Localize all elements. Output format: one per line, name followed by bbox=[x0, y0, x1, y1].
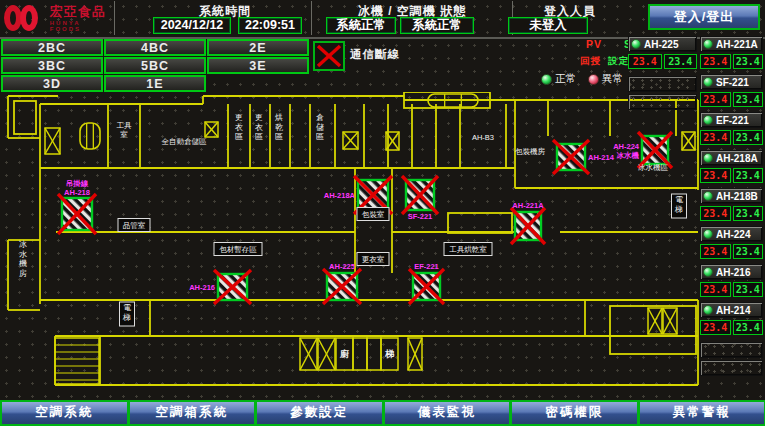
nav-button-1[interactable]: 空調系統 bbox=[0, 400, 129, 426]
svg-text:AH-B3: AH-B3 bbox=[472, 133, 494, 142]
equipment-button-ah-224[interactable]: AH-224 bbox=[700, 226, 763, 242]
status-lamp-icon bbox=[703, 115, 713, 125]
company-logo: 宏亞食品 HUNYA FOODS bbox=[4, 2, 112, 34]
stair-x-icon bbox=[45, 128, 60, 154]
svg-text:更衣區: 更衣區 bbox=[235, 113, 243, 141]
svg-text:電梯: 電梯 bbox=[674, 195, 683, 214]
floor-button-3bc[interactable]: 3BC bbox=[1, 57, 103, 74]
nav-button-3[interactable]: 參數設定 bbox=[255, 400, 384, 426]
pv-value: 23.4 bbox=[700, 130, 731, 145]
equipment-name: AH-224 bbox=[716, 229, 750, 240]
room-label: 工具烘乾室 bbox=[444, 243, 492, 256]
brand-name: 宏亞食品 bbox=[50, 5, 112, 18]
room-label: 工具室 bbox=[117, 121, 133, 139]
svg-text:廚: 廚 bbox=[339, 349, 349, 359]
red-lamp-icon bbox=[588, 74, 599, 85]
equipment-values: 23.423.4 bbox=[700, 320, 763, 335]
equipment-button-ah-225[interactable]: AH-225 bbox=[628, 36, 697, 52]
stair-x-icon bbox=[205, 122, 218, 137]
legend-abnormal-label: 異常 bbox=[602, 72, 623, 86]
equipment-name: AH-218A bbox=[716, 153, 758, 164]
legend-abnormal: 異常 bbox=[588, 72, 623, 86]
pv-value: 23.4 bbox=[700, 92, 731, 107]
pv-value: 23.4 bbox=[700, 206, 731, 221]
ahu-fault-marker[interactable]: AH-214 bbox=[553, 140, 615, 174]
status-lamp-icon bbox=[703, 305, 713, 315]
legend-normal: 正常 bbox=[541, 72, 576, 86]
svg-text:包材暫存區: 包材暫存區 bbox=[219, 245, 257, 254]
svg-text:工具室: 工具室 bbox=[117, 121, 133, 139]
ahu-marker-label: AH-214 bbox=[588, 153, 615, 162]
ahu-marker-label: AH-225 bbox=[329, 262, 355, 271]
svg-text:全自動倉儲區: 全自動倉儲區 bbox=[162, 137, 208, 146]
equipment-button-sf-221[interactable]: SF-221 bbox=[700, 74, 763, 90]
comm-offline-label: 通信斷線 bbox=[350, 47, 400, 62]
equipment-empty-slot bbox=[628, 76, 697, 92]
floor-button-4bc[interactable]: 4BC bbox=[104, 39, 206, 56]
room-label: 包材暫存區 bbox=[214, 243, 262, 256]
status-lamp-icon bbox=[703, 77, 713, 87]
nav-button-4[interactable]: 儀表監視 bbox=[383, 400, 512, 426]
equipment-name: AH-216 bbox=[716, 267, 750, 278]
equipment-name: AH-225 bbox=[644, 39, 678, 50]
floor-button-3d[interactable]: 3D bbox=[1, 75, 103, 92]
ahu-fault-marker[interactable]: SF-221 bbox=[402, 176, 438, 221]
ahu-fault-marker[interactable]: AH-221A bbox=[511, 201, 545, 244]
svg-text:工具烘乾室: 工具烘乾室 bbox=[449, 245, 487, 254]
pv-value: 23.4 bbox=[700, 320, 731, 335]
nav-button-5[interactable]: 密碼權限 bbox=[510, 400, 639, 426]
equipment-button-ah-218b[interactable]: AH-218B bbox=[700, 188, 763, 204]
system-date-value: 2024/12/12 bbox=[153, 17, 231, 34]
pv-sub-header: 回授 bbox=[580, 55, 601, 68]
floor-button-5bc[interactable]: 5BC bbox=[104, 57, 206, 74]
room-label: 電梯 bbox=[120, 302, 135, 326]
room-cell: 廚 bbox=[336, 338, 353, 370]
equipment-button-ah-221a[interactable]: AH-221A bbox=[700, 36, 763, 52]
ahu-status: 系統正常 bbox=[400, 17, 474, 34]
room-label: 倉儲區 bbox=[316, 113, 324, 141]
chiller-status: 系統正常 bbox=[326, 17, 396, 34]
equipment-values: 23.423.4 bbox=[628, 54, 697, 69]
login-logout-button[interactable]: 登入/登出 bbox=[648, 4, 760, 30]
svg-text:包裝機房: 包裝機房 bbox=[515, 147, 546, 156]
room-cell bbox=[367, 338, 381, 370]
svg-text:品管室: 品管室 bbox=[123, 221, 146, 230]
nav-button-2[interactable]: 空調箱系統 bbox=[128, 400, 257, 426]
equipment-values: 23.423.4 bbox=[700, 168, 763, 183]
equipment-values: 23.423.4 bbox=[700, 282, 763, 297]
room-label: 全自動倉儲區 bbox=[162, 137, 208, 146]
floor-button-2e[interactable]: 2E bbox=[207, 39, 309, 56]
pv-value: 23.4 bbox=[700, 54, 731, 69]
status-lamp-icon bbox=[703, 153, 713, 163]
equipment-empty-slot bbox=[700, 342, 763, 358]
stair-x-icon bbox=[343, 132, 358, 149]
equipment-button-ah-218a[interactable]: AH-218A bbox=[700, 150, 763, 166]
equipment-name: EF-221 bbox=[716, 115, 749, 126]
stair-x-icon bbox=[648, 308, 662, 334]
floor-button-grid: 2BC4BC2E3BC5BC3E3D1E bbox=[1, 39, 313, 93]
equipment-values: 23.423.4 bbox=[700, 244, 763, 259]
equipment-button-ah-214[interactable]: AH-214 bbox=[700, 302, 763, 318]
svg-text:梯: 梯 bbox=[384, 349, 395, 359]
legend-normal-label: 正常 bbox=[555, 72, 576, 86]
nav-button-6[interactable]: 異常警報 bbox=[638, 400, 765, 426]
room-label: 包裝機房 bbox=[515, 147, 546, 156]
floor-button-2bc[interactable]: 2BC bbox=[1, 39, 103, 56]
equipment-name: SF-221 bbox=[716, 77, 749, 88]
ahu-marker-label: AH-216 bbox=[189, 283, 215, 292]
brand-subtitle: HUNYA FOODS bbox=[50, 20, 112, 32]
equipment-button-ef-221[interactable]: EF-221 bbox=[700, 112, 763, 128]
floor-button-3e[interactable]: 3E bbox=[207, 57, 309, 74]
floor-button-1e[interactable]: 1E bbox=[104, 75, 206, 92]
room-label: 品管室 bbox=[118, 219, 150, 232]
equipment-button-ah-216[interactable]: AH-216 bbox=[700, 264, 763, 280]
sv-value: 23.4 bbox=[733, 130, 764, 145]
ahu-fault-marker[interactable]: 吊掛線AH-218 bbox=[58, 179, 96, 234]
stair-x-icon bbox=[663, 308, 677, 334]
logo-icon bbox=[4, 3, 46, 33]
wall-rect bbox=[448, 213, 512, 233]
ahu-fault-marker[interactable]: EF-221 bbox=[409, 262, 444, 304]
ahu-fault-marker[interactable]: AH-216 bbox=[189, 270, 251, 304]
status-lamp-icon bbox=[703, 267, 713, 277]
equipment-name: AH-218B bbox=[716, 191, 758, 202]
